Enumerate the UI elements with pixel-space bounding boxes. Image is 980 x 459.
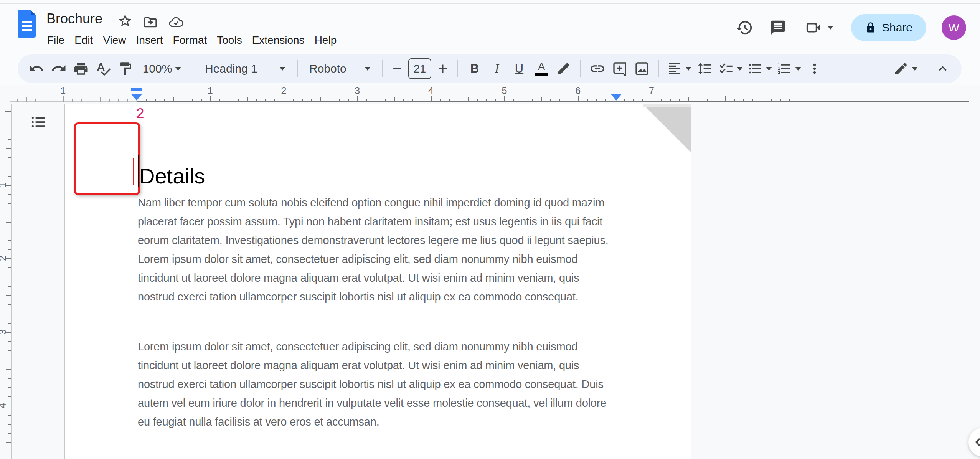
ruler-tick bbox=[504, 96, 505, 102]
bold-button[interactable]: B bbox=[466, 59, 483, 79]
ruler-tick bbox=[734, 99, 735, 102]
google-docs-window: Brochure FileEditViewInsertFormatToolsEx… bbox=[0, 0, 980, 459]
share-button-label: Share bbox=[882, 21, 912, 34]
ruler-tick bbox=[799, 96, 799, 102]
ruler-tick bbox=[642, 99, 643, 102]
menu-item-view[interactable]: View bbox=[98, 31, 131, 49]
paint-format-button[interactable] bbox=[117, 59, 134, 79]
ruler-tick bbox=[6, 442, 11, 443]
ruler-tick bbox=[320, 97, 321, 102]
ruler-tick bbox=[256, 99, 257, 102]
menu-bar: FileEditViewInsertFormatToolsExtensionsH… bbox=[42, 31, 342, 49]
right-indent-marker[interactable] bbox=[610, 94, 622, 101]
ruler-tick bbox=[8, 130, 11, 130]
ruler-tick bbox=[523, 99, 523, 102]
print-button[interactable] bbox=[72, 59, 90, 79]
paragraph[interactable]: Nam liber tempor cum soluta nobis eleife… bbox=[138, 193, 618, 306]
ruler-tick bbox=[6, 148, 11, 149]
first-line-indent-marker[interactable] bbox=[131, 88, 142, 91]
comments-icon[interactable] bbox=[769, 18, 787, 37]
increase-font-size-button[interactable] bbox=[436, 59, 450, 79]
menu-item-edit[interactable]: Edit bbox=[69, 31, 98, 49]
ruler-number: 1 bbox=[60, 85, 66, 96]
cloud-saved-icon[interactable] bbox=[168, 15, 184, 31]
checklist-button[interactable] bbox=[718, 59, 743, 79]
ruler-tick bbox=[459, 99, 459, 102]
line-spacing-button[interactable] bbox=[696, 59, 714, 79]
italic-glyph: I bbox=[495, 62, 499, 76]
move-to-folder-icon[interactable] bbox=[143, 15, 158, 31]
ruler-tick bbox=[164, 99, 165, 102]
align-button[interactable] bbox=[667, 59, 691, 79]
zoom-select[interactable]: 100% bbox=[139, 59, 185, 79]
ruler-tick bbox=[54, 99, 54, 102]
paragraph-style-select[interactable]: Heading 1 bbox=[201, 59, 289, 79]
hide-menus-button[interactable] bbox=[934, 59, 952, 79]
document-title[interactable]: Brochure bbox=[46, 11, 102, 27]
ruler-tick bbox=[274, 99, 275, 102]
version-history-icon[interactable] bbox=[735, 18, 754, 37]
insert-link-button[interactable] bbox=[589, 59, 606, 79]
ruler-number: 4 bbox=[0, 403, 8, 408]
insert-image-button[interactable] bbox=[633, 59, 651, 79]
docs-logo-icon[interactable] bbox=[18, 10, 38, 39]
ruler-tick bbox=[8, 341, 11, 342]
ruler-tick bbox=[201, 99, 202, 102]
ruler-number: 1 bbox=[208, 85, 213, 96]
text-cursor bbox=[138, 155, 139, 187]
italic-button[interactable]: I bbox=[488, 59, 506, 79]
formatting-toolbar: 100% Heading 1 Roboto 21 B I U A bbox=[18, 54, 962, 83]
menu-item-file[interactable]: File bbox=[42, 31, 69, 49]
red-annotation-box[interactable] bbox=[74, 122, 140, 195]
decrease-font-size-button[interactable] bbox=[391, 59, 404, 79]
numbered-list-button[interactable] bbox=[777, 59, 801, 79]
ruler-tick bbox=[789, 99, 790, 102]
toolbar-divider bbox=[457, 60, 458, 77]
editing-mode-caret-icon bbox=[912, 67, 918, 71]
ruler-number: 3 bbox=[0, 329, 8, 335]
meet-call-button[interactable] bbox=[803, 18, 836, 37]
ruler-tick bbox=[8, 176, 11, 177]
share-button[interactable]: Share bbox=[851, 14, 926, 41]
font-family-select[interactable]: Roboto bbox=[305, 59, 375, 79]
show-document-outline-button[interactable] bbox=[28, 112, 48, 132]
highlight-color-button[interactable] bbox=[555, 59, 572, 79]
underline-glyph: U bbox=[515, 62, 523, 76]
spell-check-button[interactable] bbox=[94, 59, 112, 79]
editing-mode-button[interactable] bbox=[893, 59, 918, 79]
ruler-number: 4 bbox=[428, 85, 434, 96]
previous-page-button[interactable] bbox=[968, 428, 980, 457]
meet-dropdown-caret-icon[interactable] bbox=[827, 26, 833, 30]
ruler-tick bbox=[357, 96, 358, 102]
ruler-tick bbox=[8, 249, 11, 250]
ruler-tick bbox=[752, 99, 753, 102]
font-size-input[interactable]: 21 bbox=[408, 58, 431, 79]
document-page[interactable]: 2 Details Nam liber tempor cum soluta no… bbox=[64, 104, 691, 459]
account-avatar[interactable]: W bbox=[942, 15, 966, 40]
ruler-tick bbox=[91, 99, 91, 102]
redo-button[interactable] bbox=[50, 59, 68, 79]
text-color-button[interactable]: A bbox=[533, 59, 550, 79]
add-comment-button[interactable] bbox=[611, 59, 629, 79]
ruler-tick bbox=[771, 99, 772, 102]
document-heading[interactable]: Details bbox=[139, 165, 205, 188]
bulleted-list-button[interactable] bbox=[747, 59, 772, 79]
ruler-tick bbox=[468, 97, 469, 102]
underline-button[interactable]: U bbox=[510, 59, 528, 79]
menu-item-help[interactable]: Help bbox=[310, 31, 342, 49]
menu-item-insert[interactable]: Insert bbox=[131, 31, 168, 49]
ruler-tick bbox=[311, 99, 312, 102]
star-icon[interactable] bbox=[117, 13, 133, 30]
ruler-tick bbox=[762, 97, 762, 102]
ruler-tick bbox=[449, 99, 450, 102]
paragraph[interactable]: Lorem ipsum dolor sit amet, consectetuer… bbox=[138, 337, 618, 431]
menu-item-format[interactable]: Format bbox=[168, 31, 212, 49]
align-caret-icon bbox=[685, 67, 691, 71]
menu-item-extensions[interactable]: Extensions bbox=[247, 31, 310, 49]
menu-item-tools[interactable]: Tools bbox=[212, 31, 247, 49]
ruler-tick bbox=[6, 222, 11, 223]
undo-button[interactable] bbox=[28, 59, 45, 79]
more-options-button[interactable] bbox=[806, 59, 823, 79]
ruler-tick bbox=[100, 97, 101, 102]
ruler-tick bbox=[8, 424, 11, 425]
